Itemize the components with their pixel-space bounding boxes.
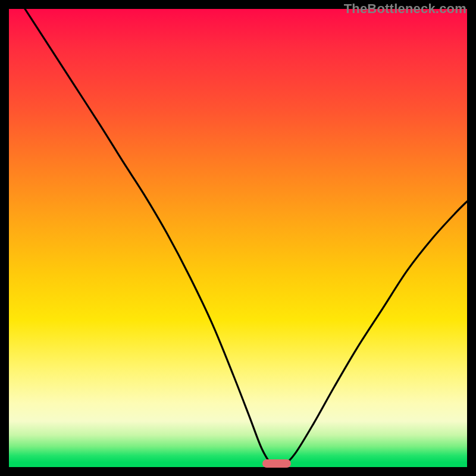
optimum-marker (262, 459, 291, 468)
plot-area (9, 9, 467, 467)
attribution-text: TheBottleneck.com (344, 1, 466, 17)
bottleneck-curve (9, 9, 467, 467)
chart-frame: TheBottleneck.com (0, 0, 476, 476)
